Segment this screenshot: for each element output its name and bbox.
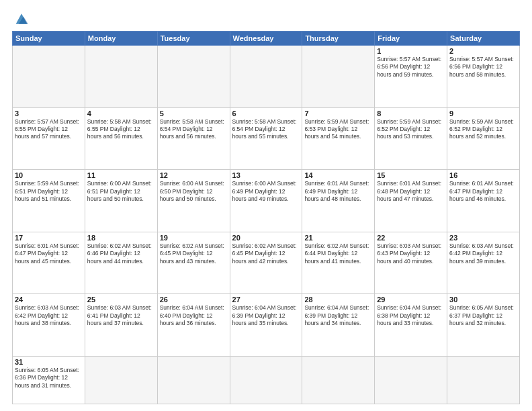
calendar-day-cell: 4Sunrise: 5:58 AM Sunset: 6:55 PM Daylig… xyxy=(85,107,157,170)
calendar-day-cell xyxy=(157,356,230,404)
day-info: Sunrise: 6:03 AM Sunset: 6:43 PM Dayligh… xyxy=(377,242,445,265)
day-info: Sunrise: 5:59 AM Sunset: 6:52 PM Dayligh… xyxy=(449,118,517,141)
calendar-day-cell xyxy=(157,46,230,108)
calendar-day-cell: 31Sunrise: 6:05 AM Sunset: 6:36 PM Dayli… xyxy=(13,356,85,404)
calendar-day-cell: 19Sunrise: 6:02 AM Sunset: 6:45 PM Dayli… xyxy=(157,232,230,294)
day-info: Sunrise: 6:00 AM Sunset: 6:49 PM Dayligh… xyxy=(232,180,300,203)
day-info: Sunrise: 6:03 AM Sunset: 6:42 PM Dayligh… xyxy=(449,242,517,265)
day-number: 2 xyxy=(449,47,517,55)
calendar-day-cell: 9Sunrise: 5:59 AM Sunset: 6:52 PM Daylig… xyxy=(447,107,520,170)
day-info: Sunrise: 5:59 AM Sunset: 6:51 PM Dayligh… xyxy=(15,180,83,203)
day-number: 10 xyxy=(15,171,83,179)
calendar-day-cell: 6Sunrise: 5:58 AM Sunset: 6:54 PM Daylig… xyxy=(230,107,302,170)
calendar-week-row: 17Sunrise: 6:01 AM Sunset: 6:47 PM Dayli… xyxy=(13,232,520,294)
weekday-header-saturday: Saturday xyxy=(447,32,520,46)
day-number: 27 xyxy=(232,295,300,304)
day-number: 8 xyxy=(377,109,445,118)
day-number: 19 xyxy=(160,234,228,242)
calendar-day-cell: 1Sunrise: 5:57 AM Sunset: 6:56 PM Daylig… xyxy=(375,46,447,108)
calendar-day-cell: 25Sunrise: 6:03 AM Sunset: 6:41 PM Dayli… xyxy=(85,294,157,357)
calendar-day-cell: 10Sunrise: 5:59 AM Sunset: 6:51 PM Dayli… xyxy=(13,170,85,232)
calendar-day-cell: 16Sunrise: 6:01 AM Sunset: 6:47 PM Dayli… xyxy=(447,170,520,232)
day-info: Sunrise: 6:01 AM Sunset: 6:47 PM Dayligh… xyxy=(449,180,517,203)
day-info: Sunrise: 6:04 AM Sunset: 6:38 PM Dayligh… xyxy=(377,304,445,327)
generalblue-icon xyxy=(12,11,31,27)
calendar-day-cell: 15Sunrise: 6:01 AM Sunset: 6:48 PM Dayli… xyxy=(375,170,447,232)
day-number: 26 xyxy=(160,295,228,304)
calendar-day-cell: 11Sunrise: 6:00 AM Sunset: 6:51 PM Dayli… xyxy=(85,170,157,232)
calendar-day-cell: 5Sunrise: 5:58 AM Sunset: 6:54 PM Daylig… xyxy=(157,107,230,170)
calendar-week-row: 31Sunrise: 6:05 AM Sunset: 6:36 PM Dayli… xyxy=(13,356,520,404)
calendar-day-cell xyxy=(447,356,520,404)
day-info: Sunrise: 5:58 AM Sunset: 6:54 PM Dayligh… xyxy=(160,118,228,141)
day-info: Sunrise: 5:57 AM Sunset: 6:55 PM Dayligh… xyxy=(15,118,83,141)
day-number: 24 xyxy=(15,295,83,304)
day-info: Sunrise: 5:58 AM Sunset: 6:54 PM Dayligh… xyxy=(232,118,300,141)
weekday-header-monday: Monday xyxy=(85,32,157,46)
day-info: Sunrise: 6:03 AM Sunset: 6:42 PM Dayligh… xyxy=(15,304,83,327)
calendar-day-cell xyxy=(230,356,302,404)
day-number: 15 xyxy=(377,171,445,179)
day-info: Sunrise: 6:01 AM Sunset: 6:47 PM Dayligh… xyxy=(15,242,83,265)
logo xyxy=(12,11,34,27)
day-info: Sunrise: 6:02 AM Sunset: 6:46 PM Dayligh… xyxy=(87,242,155,265)
header xyxy=(12,11,520,27)
day-number: 30 xyxy=(449,295,517,304)
calendar-day-cell: 13Sunrise: 6:00 AM Sunset: 6:49 PM Dayli… xyxy=(230,170,302,232)
calendar-table: SundayMondayTuesdayWednesdayThursdayFrid… xyxy=(12,31,520,404)
calendar-day-cell xyxy=(302,46,375,108)
calendar-day-cell: 30Sunrise: 6:05 AM Sunset: 6:37 PM Dayli… xyxy=(447,294,520,357)
day-number: 6 xyxy=(232,109,300,118)
calendar-day-cell: 24Sunrise: 6:03 AM Sunset: 6:42 PM Dayli… xyxy=(13,294,85,357)
day-info: Sunrise: 6:02 AM Sunset: 6:45 PM Dayligh… xyxy=(232,242,300,265)
calendar-day-cell xyxy=(230,46,302,108)
calendar-day-cell: 14Sunrise: 6:01 AM Sunset: 6:49 PM Dayli… xyxy=(302,170,375,232)
calendar-day-cell: 2Sunrise: 5:57 AM Sunset: 6:56 PM Daylig… xyxy=(447,46,520,108)
day-number: 22 xyxy=(377,234,445,242)
calendar-day-cell xyxy=(85,46,157,108)
calendar-day-cell: 29Sunrise: 6:04 AM Sunset: 6:38 PM Dayli… xyxy=(375,294,447,357)
calendar-day-cell: 28Sunrise: 6:04 AM Sunset: 6:39 PM Dayli… xyxy=(302,294,375,357)
day-info: Sunrise: 6:05 AM Sunset: 6:36 PM Dayligh… xyxy=(15,367,83,390)
day-info: Sunrise: 6:01 AM Sunset: 6:48 PM Dayligh… xyxy=(377,180,445,203)
day-info: Sunrise: 6:02 AM Sunset: 6:44 PM Dayligh… xyxy=(304,242,372,265)
day-number: 17 xyxy=(15,234,83,242)
weekday-header-row: SundayMondayTuesdayWednesdayThursdayFrid… xyxy=(13,32,520,46)
day-number: 4 xyxy=(87,109,155,118)
day-number: 18 xyxy=(87,234,155,242)
calendar-day-cell xyxy=(13,46,85,108)
calendar-day-cell: 20Sunrise: 6:02 AM Sunset: 6:45 PM Dayli… xyxy=(230,232,302,294)
day-number: 31 xyxy=(15,358,83,366)
day-number: 7 xyxy=(304,109,372,118)
day-info: Sunrise: 6:03 AM Sunset: 6:41 PM Dayligh… xyxy=(87,304,155,327)
weekday-header-sunday: Sunday xyxy=(13,32,85,46)
calendar-day-cell: 12Sunrise: 6:00 AM Sunset: 6:50 PM Dayli… xyxy=(157,170,230,232)
day-number: 28 xyxy=(304,295,372,304)
day-info: Sunrise: 6:04 AM Sunset: 6:39 PM Dayligh… xyxy=(232,304,300,327)
day-info: Sunrise: 6:05 AM Sunset: 6:37 PM Dayligh… xyxy=(449,304,517,327)
weekday-header-wednesday: Wednesday xyxy=(230,32,302,46)
calendar-day-cell: 26Sunrise: 6:04 AM Sunset: 6:40 PM Dayli… xyxy=(157,294,230,357)
calendar-day-cell xyxy=(375,356,447,404)
day-number: 12 xyxy=(160,171,228,179)
day-info: Sunrise: 6:00 AM Sunset: 6:51 PM Dayligh… xyxy=(87,180,155,203)
calendar-day-cell: 18Sunrise: 6:02 AM Sunset: 6:46 PM Dayli… xyxy=(85,232,157,294)
day-number: 25 xyxy=(87,295,155,304)
day-info: Sunrise: 5:58 AM Sunset: 6:55 PM Dayligh… xyxy=(87,118,155,141)
day-info: Sunrise: 6:00 AM Sunset: 6:50 PM Dayligh… xyxy=(160,180,228,203)
day-number: 5 xyxy=(160,109,228,118)
calendar-week-row: 10Sunrise: 5:59 AM Sunset: 6:51 PM Dayli… xyxy=(13,170,520,232)
day-number: 1 xyxy=(377,47,445,55)
calendar-day-cell: 22Sunrise: 6:03 AM Sunset: 6:43 PM Dayli… xyxy=(375,232,447,294)
day-number: 14 xyxy=(304,171,372,179)
calendar-day-cell: 21Sunrise: 6:02 AM Sunset: 6:44 PM Dayli… xyxy=(302,232,375,294)
day-info: Sunrise: 5:57 AM Sunset: 6:56 PM Dayligh… xyxy=(449,56,517,79)
day-number: 13 xyxy=(232,171,300,179)
day-number: 9 xyxy=(449,109,517,118)
calendar-day-cell xyxy=(85,356,157,404)
day-number: 11 xyxy=(87,171,155,179)
calendar-day-cell: 27Sunrise: 6:04 AM Sunset: 6:39 PM Dayli… xyxy=(230,294,302,357)
day-info: Sunrise: 6:01 AM Sunset: 6:49 PM Dayligh… xyxy=(304,180,372,203)
day-info: Sunrise: 6:02 AM Sunset: 6:45 PM Dayligh… xyxy=(160,242,228,265)
calendar-day-cell: 7Sunrise: 5:59 AM Sunset: 6:53 PM Daylig… xyxy=(302,107,375,170)
